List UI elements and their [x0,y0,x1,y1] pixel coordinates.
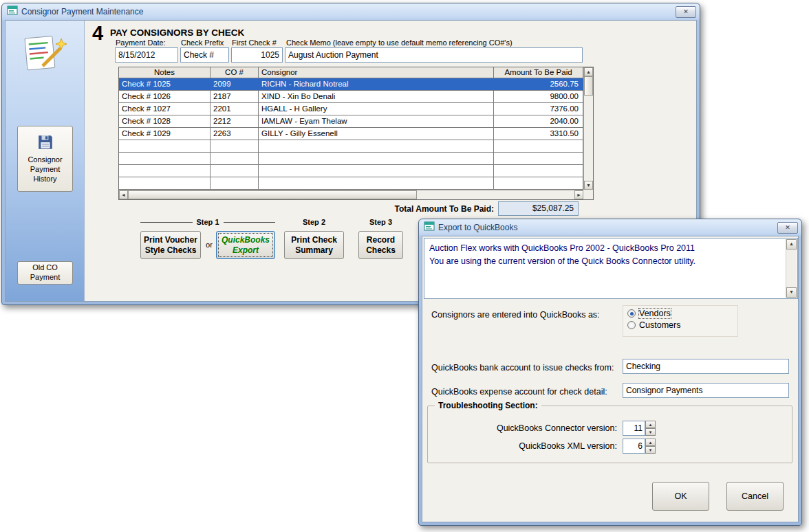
app-icon [7,5,18,19]
info-scroll-down-icon[interactable]: ▼ [786,287,797,298]
column-header-consignor[interactable]: Consignor [259,67,494,78]
ok-button[interactable]: OK [652,482,709,511]
close-icon[interactable]: ✕ [676,6,696,18]
scroll-left-icon[interactable]: ◄ [119,190,128,199]
connector-version-label: QuickBooks Connector version: [449,423,617,433]
table-row[interactable]: Check # 10272201HGALL - H Gallery7376.00 [119,103,583,115]
connector-version-input[interactable] [623,421,645,436]
vscroll-thumb[interactable] [584,76,593,96]
cell-notes: Check # 1027 [119,103,211,115]
info-vscrollbar[interactable]: ▲ ▼ [786,239,797,298]
check-memo-input[interactable] [285,47,583,63]
table-row[interactable]: Check # 10292263GILLY - Gilly Essenell33… [119,128,583,140]
xml-spin-up-icon[interactable]: ▲ [645,439,656,446]
cancel-button[interactable]: Cancel [726,482,784,511]
dialog-close-icon[interactable]: ✕ [777,222,798,234]
payment-date-input[interactable] [115,47,178,63]
table-row[interactable] [119,177,583,190]
consignor-table: Notes CO # Consignor Amount To Be Paid C… [118,67,594,200]
step2-label: Step 2 [303,218,325,226]
print-voucher-checks-button[interactable]: Print Voucher Style Checks [140,231,201,259]
troubleshooting-groupbox: Troubleshooting Section: QuickBooks Conn… [427,406,792,463]
old-co-button-label: Old CO Payment [21,263,69,282]
main-titlebar[interactable]: Consignor Payment Maintenance ✕ [2,3,700,20]
cell-consignor: GILLY - Gilly Essenell [259,128,494,140]
cell-amount: 7376.00 [494,103,583,115]
info-scroll-up-icon[interactable]: ▲ [786,239,797,250]
scroll-right-icon[interactable]: ► [574,190,583,199]
customers-radio-label[interactable]: Customers [639,320,680,330]
cell-co-number: 2099 [211,78,259,91]
cell-co-number: 2263 [211,128,259,140]
cell-co-number [211,140,259,153]
cell-co-number: 2201 [211,103,259,115]
vscroll-track[interactable] [584,76,593,181]
window-title: Consignor Payment Maintenance [21,7,672,16]
column-header-notes[interactable]: Notes [119,67,211,78]
bank-account-input[interactable] [623,359,789,374]
total-label: Total Amount To Be Paid: [336,204,494,214]
quickbooks-export-button[interactable]: QuickBooks Export [216,231,275,259]
cell-notes [119,177,211,190]
cell-amount [494,140,583,153]
consignor-payment-history-button[interactable]: Consignor Payment History [17,126,73,192]
customers-radio-icon[interactable] [627,321,636,329]
step2-header: Step 2 [284,218,344,226]
table-body: Check # 10252099RICHN - Richard Notreal2… [119,78,583,190]
step3-label: Step 3 [369,218,392,226]
table-vscrollbar[interactable]: ▲ ▼ [583,67,593,190]
dialog-titlebar[interactable]: Export to QuickBooks ✕ [419,219,801,236]
connector-spin-down-icon[interactable]: ▼ [645,428,656,436]
payment-date-label: Payment Date: [116,38,166,47]
scroll-up-icon[interactable]: ▲ [584,67,593,76]
or-text: or [204,241,215,249]
cell-consignor: HGALL - H Gallery [259,103,494,115]
radio-customers[interactable]: Customers [627,320,733,330]
expense-account-input[interactable] [623,383,789,398]
step3-header: Step 3 [358,218,403,226]
check-prefix-input[interactable] [180,47,229,63]
cell-amount: 3310.50 [494,128,583,140]
step1-label: Step 1 [197,218,219,226]
cell-consignor: XIND - Xin Bo Denali [259,91,494,103]
history-button-label: Consignor Payment History [21,155,69,184]
print-check-summary-button[interactable]: Print Check Summary [284,231,344,259]
scroll-down-icon[interactable]: ▼ [584,181,593,190]
table-row[interactable] [119,153,583,165]
total-amount-value: $25,087.25 [498,201,579,216]
connector-spin-up-icon[interactable]: ▲ [645,421,656,428]
connector-version-spinner[interactable]: ▲ ▼ [623,421,656,436]
page-title: PAY CONSIGNORS BY CHECK [110,27,244,38]
vendors-radio-icon[interactable] [627,309,636,318]
hscroll-track[interactable] [128,190,574,199]
radio-vendors[interactable]: Vendors [627,309,733,318]
column-header-amount[interactable]: Amount To Be Paid [494,67,583,78]
table-row[interactable]: Check # 10282212IAMLAW - Eyam Thelaw2040… [119,115,583,128]
xml-spin-down-icon[interactable]: ▼ [645,446,656,454]
xml-version-input[interactable] [623,439,645,454]
record-checks-button[interactable]: Record Checks [358,231,403,259]
table-header: Notes CO # Consignor Amount To Be Paid [119,67,583,78]
table-row[interactable]: Check # 10252099RICHN - Richard Notreal2… [119,78,583,91]
hscroll-thumb[interactable] [128,190,417,199]
table-row[interactable] [119,165,583,177]
floppy-disk-icon [37,134,54,153]
step1-line-right [224,222,276,223]
troubleshooting-title: Troubleshooting Section: [435,401,541,410]
check-memo-label: Check Memo (leave empty to use default m… [286,38,513,47]
table-main: Notes CO # Consignor Amount To Be Paid C… [119,67,583,190]
export-to-quickbooks-dialog: Export to QuickBooks ✕ Auction Flex work… [418,219,802,526]
old-co-payment-button[interactable]: Old CO Payment [17,261,73,285]
cell-notes [119,165,211,177]
cell-co-number [211,177,259,190]
table-row[interactable] [119,140,583,153]
column-header-co[interactable]: CO # [211,67,259,78]
vendors-radio-label[interactable]: Vendors [639,309,671,318]
cell-consignor: RICHN - Richard Notreal [259,78,494,91]
table-hscrollbar[interactable]: ◄ ► [119,190,583,199]
cell-consignor [259,153,494,165]
cell-amount [494,165,583,177]
xml-version-spinner[interactable]: ▲ ▼ [623,439,656,454]
table-row[interactable]: Check # 10262187XIND - Xin Bo Denali9800… [119,91,583,103]
first-check-input[interactable] [231,47,283,63]
